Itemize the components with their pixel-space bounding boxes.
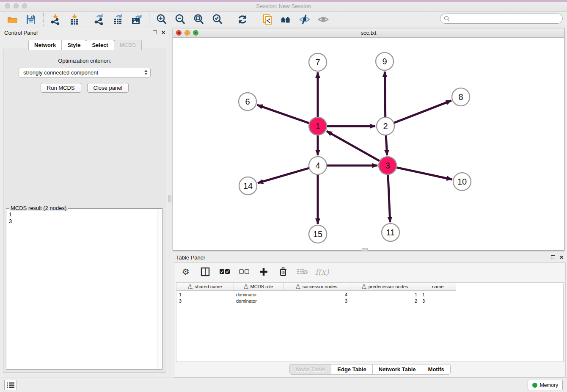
export-image-button[interactable] [130, 13, 143, 26]
memory-status-icon [532, 383, 537, 388]
column-type-icon [244, 284, 248, 289]
cell-MCDS-role[interactable]: dominator [234, 291, 283, 298]
tab-motifs[interactable]: Motifs [422, 364, 451, 375]
task-history-button[interactable] [4, 380, 17, 390]
tab-network-table[interactable]: Network Table [372, 364, 422, 375]
save-session-button[interactable] [25, 13, 37, 26]
zoom-out-icon [174, 14, 186, 25]
edge-3-11[interactable] [388, 174, 390, 222]
app-titlebar: Session: New Session [0, 0, 567, 12]
memory-button[interactable]: Memory [528, 380, 563, 390]
edge-3-10[interactable] [396, 167, 452, 179]
node-label-4: 4 [315, 161, 320, 170]
import-network-icon [50, 14, 62, 25]
zoom-in-icon [156, 14, 168, 25]
hide-panel-button[interactable] [298, 13, 311, 26]
zoom-out-button[interactable] [174, 13, 187, 26]
import-table-button[interactable] [68, 13, 81, 26]
eye-icon [317, 14, 329, 25]
edge-2-9[interactable] [385, 72, 385, 117]
node-label-6: 6 [245, 97, 250, 106]
splitter-grip-vertical[interactable] [168, 195, 171, 202]
splitter-grip-horizontal[interactable] [362, 248, 368, 251]
search-box[interactable] [440, 14, 563, 24]
float-table-panel-icon[interactable] [551, 254, 555, 260]
cell-successor-nodes[interactable]: 3 [283, 298, 350, 304]
tab-mcds[interactable]: MCDS [114, 40, 142, 50]
cell-successor-nodes[interactable]: 4 [283, 291, 350, 298]
home-button[interactable] [280, 13, 292, 26]
trash-icon [279, 267, 287, 276]
edge-4-14[interactable] [258, 168, 309, 183]
cell-shared-name[interactable]: 1 [176, 291, 234, 298]
column-header-MCDS-role[interactable]: MCDS role [234, 283, 283, 291]
optimization-criterion-select[interactable]: strongly connected component [19, 68, 151, 77]
table-row[interactable]: 3dominator323 [176, 298, 456, 304]
add-column-button[interactable] [258, 266, 269, 277]
zoom-selected-button[interactable] [211, 13, 224, 26]
cell-shared-name[interactable]: 3 [176, 298, 234, 304]
close-panel-icon[interactable]: ✕ [161, 30, 165, 36]
result-scrollbar[interactable] [157, 210, 162, 369]
edge-1-6[interactable] [257, 105, 310, 123]
column-header-predecessor-nodes[interactable]: predecessor nodes [350, 283, 420, 291]
network-maximize-button[interactable]: + [193, 30, 198, 36]
edge-2-3[interactable] [386, 135, 387, 155]
column-selector-icon [201, 267, 210, 276]
column-selector-button[interactable] [200, 266, 211, 277]
close-panel-button[interactable]: Close panel [87, 83, 129, 93]
deselect-all-button[interactable] [239, 266, 250, 277]
cell-name[interactable]: 3 [420, 298, 456, 304]
column-header-name[interactable]: name [420, 283, 456, 291]
edge-2-8[interactable] [394, 101, 451, 123]
mcds-result-box: MCDS result (2 nodes) 1 3 [6, 208, 162, 370]
tab-edge-table[interactable]: Edge Table [331, 364, 372, 375]
network-close-button[interactable]: ✕ [176, 30, 182, 36]
delete-column-button[interactable] [278, 266, 289, 277]
export-table-button[interactable] [112, 13, 124, 26]
network-window-titlebar[interactable]: ✕ − + scc.txt [173, 28, 564, 38]
home-icon [280, 14, 292, 25]
cell-predecessor-nodes[interactable]: 2 [350, 298, 420, 304]
close-table-panel-icon[interactable]: ✕ [559, 254, 564, 260]
export-network-button[interactable] [93, 13, 106, 26]
tab-node-table[interactable]: Node Table [289, 364, 331, 375]
show-panel-button[interactable] [317, 13, 330, 26]
float-panel-icon[interactable] [153, 30, 157, 36]
node-label-14: 14 [243, 181, 253, 190]
column-header-shared-name[interactable]: shared name [176, 283, 234, 291]
delete-table-button[interactable] [297, 266, 308, 277]
open-file-button[interactable] [6, 13, 19, 26]
table-row[interactable]: 1dominator411 [176, 291, 456, 298]
node-table: shared nameMCDS rolesuccessor nodesprede… [176, 282, 564, 362]
control-panel-title: Control Panel [4, 30, 149, 36]
tab-style[interactable]: Style [61, 40, 86, 50]
import-network-button[interactable] [50, 13, 62, 26]
zoom-fit-button[interactable] [193, 13, 205, 26]
network-minimize-button[interactable]: − [184, 30, 190, 36]
run-mcds-button[interactable]: Run MCDS [41, 83, 81, 93]
tab-select[interactable]: Select [86, 40, 114, 50]
refresh-button[interactable] [236, 13, 249, 26]
cell-predecessor-nodes[interactable]: 1 [350, 291, 420, 298]
node-label-11: 11 [386, 228, 395, 237]
node-label-7: 7 [315, 58, 320, 67]
function-builder-button[interactable]: f(x) [317, 266, 328, 277]
optimization-criterion-label: Optimization criterion: [3, 58, 166, 64]
delete-table-icon [297, 268, 308, 275]
table-settings-button[interactable]: ⚙ [180, 266, 191, 277]
cell-MCDS-role[interactable]: dominator [234, 298, 283, 304]
zoom-in-button[interactable] [155, 13, 168, 26]
zoom-fit-icon [193, 14, 205, 25]
status-bar: Memory [0, 378, 567, 392]
network-canvas[interactable]: 7968124314101511 [173, 38, 564, 250]
select-all-icon [220, 269, 230, 274]
clone-network-button[interactable] [261, 13, 274, 26]
select-all-button[interactable] [219, 266, 230, 277]
column-header-successor-nodes[interactable]: successor nodes [283, 283, 350, 291]
search-input[interactable] [452, 16, 562, 22]
refresh-icon [237, 14, 248, 25]
edge-3-1[interactable] [327, 131, 380, 161]
cell-name[interactable]: 1 [420, 291, 456, 298]
tab-network[interactable]: Network [28, 40, 62, 50]
